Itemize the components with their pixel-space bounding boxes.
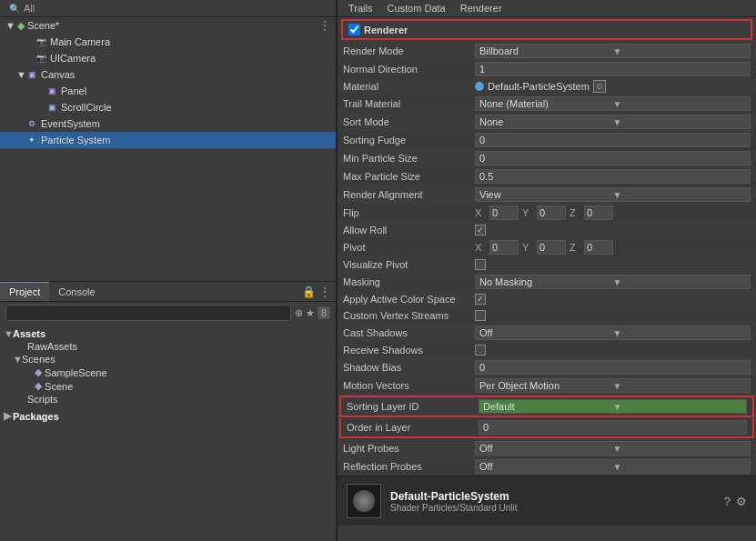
sort-mode-dropdown[interactable]: None ▼ [475, 115, 751, 129]
normal-direction-input[interactable] [475, 62, 751, 76]
motion-vectors-dropdown[interactable]: Per Object Motion ▼ [475, 378, 751, 393]
prop-pivot: Pivot X Y Z [338, 238, 756, 256]
prop-material: Material Default-ParticleSystem ⊙ [338, 78, 756, 95]
project-item-sample-scene[interactable]: ◆ SampleScene [0, 366, 336, 379]
light-probes-dropdown[interactable]: Off ▼ [475, 441, 751, 456]
asset-help-icon[interactable]: ? [724, 495, 731, 508]
normal-direction-value [475, 62, 751, 76]
order-in-layer-input[interactable] [479, 420, 747, 435]
search-filter-icon[interactable]: ⊕ [295, 307, 303, 319]
scroll-circle-label: ScrollCircle [61, 102, 112, 113]
prop-apply-active-color-space: Apply Active Color Space [338, 291, 756, 307]
allow-roll-checkbox[interactable] [475, 225, 486, 235]
canvas-icon: ▣ [25, 68, 38, 81]
pivot-y-input[interactable] [537, 240, 566, 255]
tree-item-canvas[interactable]: ▼ ▣ Canvas [0, 66, 336, 83]
prop-normal-direction: Normal Direction [338, 60, 756, 78]
raw-assets-arrow [18, 341, 27, 352]
lock-icon[interactable]: 🔒 [302, 286, 316, 298]
project-item-raw-assets[interactable]: RawAssets [0, 340, 336, 353]
receive-shadows-checkbox[interactable] [475, 345, 486, 356]
scroll-arrow [36, 102, 45, 113]
project-item-scenes[interactable]: ▼ Scenes [0, 353, 336, 366]
flip-y-input[interactable] [537, 205, 566, 220]
tree-item-panel[interactable]: ▣ Panel [0, 83, 336, 99]
pivot-z-input[interactable] [584, 240, 613, 255]
renderer-header: Renderer [341, 19, 752, 40]
prop-max-particle-size: Max Particle Size [338, 167, 756, 185]
flip-xyz: X Y Z [475, 205, 613, 220]
min-particle-size-value [475, 151, 751, 165]
particle-system-label: Particle System [41, 135, 110, 145]
scene-options[interactable]: ⋮ [319, 19, 330, 32]
prop-masking: Masking No Masking ▼ [338, 273, 756, 291]
options-icon[interactable]: ⋮ [319, 286, 330, 298]
material-value: Default-ParticleSystem ⊙ [475, 80, 751, 93]
tree-item-particle-system[interactable]: ✦ Particle System [0, 132, 336, 148]
min-particle-size-input[interactable] [475, 151, 751, 165]
asset-name: Default-ParticleSystem [390, 490, 715, 503]
render-mode-dropdown[interactable]: Billboard ▼ [475, 44, 751, 58]
tab-console[interactable]: Console [49, 283, 104, 301]
max-particle-size-input[interactable] [475, 169, 751, 184]
light-probes-arrow: ▼ [613, 444, 747, 454]
prop-shadow-bias: Shadow Bias [338, 358, 756, 376]
project-item-scripts[interactable]: Scripts [0, 393, 336, 406]
scene-row[interactable]: ▼ ◆ Scene* ⋮ [0, 17, 336, 34]
search-star-icon[interactable]: ★ [306, 307, 315, 319]
asset-settings-icon[interactable]: ⚙ [736, 495, 747, 508]
flip-z-input[interactable] [584, 205, 613, 220]
visualize-pivot-checkbox[interactable] [475, 259, 486, 270]
custom-vertex-streams-checkbox[interactable] [475, 310, 486, 321]
shadow-bias-input[interactable] [475, 360, 751, 375]
tree-item-scroll-circle[interactable]: ▣ ScrollCircle [0, 99, 336, 115]
tab-renderer[interactable]: Renderer [453, 0, 509, 16]
flip-z-label: Z [570, 207, 580, 218]
prop-order-in-layer: Order in Layer [339, 418, 754, 438]
apply-active-color-space-checkbox[interactable] [475, 294, 486, 305]
pivot-label: Pivot [343, 242, 475, 253]
tree-item-event-system[interactable]: ⚙ EventSystem [0, 115, 336, 132]
material-name: Default-ParticleSystem [488, 81, 590, 92]
event-system-label: EventSystem [41, 118, 100, 129]
project-item-assets[interactable]: ▼ Assets [0, 327, 336, 340]
masking-dropdown[interactable]: No Masking ▼ [475, 275, 751, 289]
sorting-fudge-input[interactable] [475, 133, 751, 147]
render-alignment-dropdown[interactable]: View ▼ [475, 187, 751, 202]
cast-shadows-dropdown[interactable]: Off ▼ [475, 326, 751, 340]
trail-material-dropdown[interactable]: None (Material) ▼ [475, 96, 751, 111]
flip-value: X Y Z [475, 205, 751, 220]
flip-x-input[interactable] [489, 205, 519, 220]
prop-sorting-layer-id: Sorting Layer ID Default ▼ [339, 396, 754, 417]
packages-arrow: ▶ [4, 410, 13, 422]
pivot-x-input[interactable] [489, 240, 519, 255]
flip-label: Flip [343, 207, 475, 218]
material-target-icon[interactable]: ⊙ [593, 80, 606, 93]
prop-custom-vertex-streams: Custom Vertex Streams [338, 307, 756, 324]
trail-material-arrow: ▼ [613, 99, 747, 109]
project-search-row: ⊕ ★ 8 [0, 302, 336, 324]
tree-item-main-camera[interactable]: 📷 Main Camera [0, 34, 336, 50]
particle-icon: ✦ [25, 134, 38, 146]
cast-shadows-label: Cast Shadows [343, 327, 475, 338]
ui-camera-label: UICamera [50, 53, 96, 64]
tab-project[interactable]: Project [0, 282, 49, 301]
apply-active-color-space-label: Apply Active Color Space [343, 294, 475, 305]
panel-icon: ▣ [45, 85, 58, 97]
tab-trails[interactable]: Trails [341, 0, 379, 16]
tab-custom-data[interactable]: Custom Data [379, 0, 452, 16]
prop-trail-material: Trail Material None (Material) ▼ [338, 95, 756, 113]
sorting-fudge-label: Sorting Fudge [343, 135, 475, 145]
renderer-checkbox[interactable] [348, 24, 360, 35]
reflection-probes-dropdown[interactable]: Off ▼ [475, 459, 751, 474]
event-arrow [16, 118, 25, 129]
project-item-packages[interactable]: ▶ Packages [0, 409, 336, 423]
project-search-input[interactable] [5, 305, 291, 321]
tree-item-ui-camera[interactable]: 📷 UICamera [0, 50, 336, 66]
shadow-bias-value [475, 360, 751, 375]
sorting-layer-id-label: Sorting Layer ID [347, 401, 479, 412]
scene-arrow2 [25, 381, 35, 392]
sorting-layer-id-dropdown[interactable]: Default ▼ [479, 399, 747, 414]
project-item-scene[interactable]: ◆ Scene [0, 379, 336, 393]
masking-label: Masking [343, 276, 475, 287]
